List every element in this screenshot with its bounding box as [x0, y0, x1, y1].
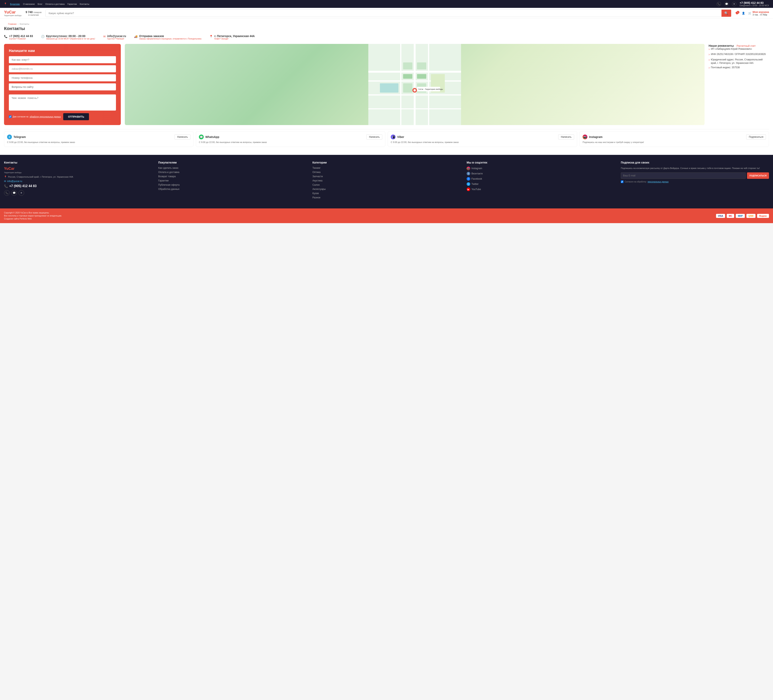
logo-sub: Территория свободы — [4, 15, 21, 16]
footer-phone-icon: 📞 — [4, 184, 8, 188]
form-submit-button[interactable]: ОТПРАВИТЬ — [63, 113, 89, 120]
cart-button[interactable]: 🛒 Моя корзина 3 тов. - 8 760р — [748, 10, 769, 16]
subscribe-button[interactable]: ПОДПИСАТЬСЯ — [747, 172, 769, 179]
social-list-item-youtube[interactable]: ▶ YouTube — [467, 188, 615, 191]
social-list-item-instagram[interactable]: 📷 Instagram — [467, 166, 615, 170]
social-list-item-facebook[interactable]: f Facebook — [467, 177, 615, 181]
account-button[interactable]: 👤 — [742, 12, 745, 15]
form-agree-label: Даю согласие на обработку персональных д… — [9, 115, 61, 118]
telegram-write-button[interactable]: Написать — [174, 134, 191, 140]
form-title: Напишите нам — [9, 49, 116, 53]
viber-desc: С 9:00 до 22:00, без выходных ответим на… — [391, 141, 574, 144]
telegram-desc: С 9:00 до 22:00, без выходных ответим на… — [7, 141, 191, 144]
footer-cat-tuning[interactable]: Тюнинг — [312, 166, 461, 170]
logo[interactable]: YuCar Территория свободы — [4, 10, 21, 16]
footer-buyers-col: Покупателям Как сделать заказ Оплата и д… — [158, 161, 306, 200]
contact-form: Напишите нам Вопросы по сайту Вопросы по… — [4, 44, 121, 125]
footer-address: 📍 Россия, Ставропольский край, г. Пятиго… — [4, 176, 152, 178]
footer-cat-other[interactable]: Разное — [312, 196, 461, 199]
whatsapp-desc: С 9:00 до 22:00, без выходных ответим на… — [199, 141, 382, 144]
footer-link-return[interactable]: Возврат товара — [158, 175, 306, 178]
footer-link-delivery[interactable]: Оплата и доставка — [158, 171, 306, 174]
contact-shipping: 🚚 Отправка заказов Заказы оформленные в … — [134, 35, 201, 40]
footer-grid: Контакты YuCar Территория свободы 📍 Росс… — [4, 161, 769, 200]
footer-link-guarantee[interactable]: Гарантии — [158, 179, 306, 182]
form-agree-link[interactable]: обработку персональных данных — [30, 115, 61, 118]
social-list-item-twitter[interactable]: 𝕏 Twitter — [467, 182, 615, 186]
social-card-whatsapp: 💬 WhatsApp Написать С 9:00 до 22:00, без… — [196, 131, 385, 147]
viber-title: Viber — [397, 135, 404, 138]
city-link[interactable]: Бухалово — [10, 3, 20, 5]
search-bar: 🔍 — [46, 10, 731, 17]
logo-car: Car — [9, 10, 15, 14]
footer-cat-acoustics[interactable]: Акустика — [312, 179, 461, 182]
footer-categories-col: Категории Тюнинг Оптика Запчасти Акустик… — [312, 161, 461, 200]
viber-icon: 📲 — [391, 135, 396, 139]
contact-phone: 📞 +7 (905) 412 44 83 Скучно? Позвони! — [4, 35, 33, 40]
subscribe-email-input[interactable] — [621, 172, 746, 179]
wishlist-button[interactable]: ❤️ 1 — [735, 12, 738, 15]
footer-whatsapp-btn[interactable]: 💬 — [11, 190, 17, 196]
footer-col-contacts-title: Контакты — [4, 161, 152, 164]
breadcrumb-home[interactable]: Главная — [8, 23, 16, 25]
nav-guarantee[interactable]: Гарантии — [67, 3, 77, 5]
form-message-textarea[interactable] — [9, 94, 116, 110]
req-item-3: › Почтовый индекс: 357538 — [709, 66, 769, 70]
goods-count: 9 740 товаров в наличии — [26, 10, 41, 16]
footer-email-icon: ✉ — [4, 180, 6, 183]
location-icon: 📍 — [209, 35, 213, 38]
nav-payment[interactable]: Оплата и доставка — [45, 3, 65, 5]
viber-write-button[interactable]: Написать — [558, 134, 574, 140]
footer-cat-body[interactable]: Кузов — [312, 192, 461, 195]
form-agree-checkbox[interactable] — [9, 115, 12, 118]
footer-logo-sub: Территория свободы — [4, 171, 152, 174]
whatsapp-write-button[interactable]: Написать — [367, 134, 382, 140]
footer-cat-salon[interactable]: Салон — [312, 183, 461, 186]
footer-contacts-col: Контакты YuCar Территория свободы 📍 Росс… — [4, 161, 152, 200]
footer-col-social-title: Мы в соцсетях — [467, 161, 615, 164]
footer-link-data[interactable]: Обработка данных — [158, 188, 306, 191]
footer-cat-parts[interactable]: Запчасти — [312, 175, 461, 178]
telegram-icon: ✈ — [732, 2, 736, 6]
social-card-viber: 📲 Viber Написать С 9:00 до 22:00, без вы… — [388, 131, 577, 147]
footer-location-icon: 📍 — [4, 176, 7, 178]
phone-icon: 📞 — [4, 35, 7, 38]
form-phone-input[interactable] — [9, 74, 116, 81]
footer-email-link[interactable]: info@yucar.ru — [7, 180, 22, 183]
form-topic-select[interactable]: Вопросы по сайту Вопросы по заказу Возвр… — [9, 83, 116, 91]
footer-phone-btn[interactable]: 📞 — [4, 190, 10, 196]
search-input[interactable] — [46, 10, 721, 17]
contact-email: ✉ info@yucar.ru Грустно? Напиши! — [103, 35, 126, 40]
footer-telegram-btn[interactable]: ✈ — [18, 190, 24, 196]
footer-cat-optics[interactable]: Оптика — [312, 171, 461, 174]
social-list-item-vk[interactable]: В Вконтакте — [467, 172, 615, 175]
subscribe-agree-link[interactable]: персональных данных — [648, 181, 669, 183]
contact-info-row: 📞 +7 (905) 412 44 83 Скучно? Позвони! 🕐 … — [4, 35, 769, 40]
req-item-0: › ИП «Амбарцумян Юрий Романович» — [709, 47, 769, 51]
svg-text:YuCar - Территория свободы: YuCar - Территория свободы — [418, 88, 443, 90]
main-content: Главная › Контакты Контакты 📞 +7 (905) 4… — [0, 19, 773, 155]
map-container[interactable]: YuCar - Территория свободы — [125, 44, 705, 125]
search-button[interactable]: 🔍 — [722, 10, 731, 17]
clock-icon: 🕐 — [41, 35, 44, 38]
nav-contacts[interactable]: Контакты — [80, 3, 89, 5]
map-placeholder: YuCar - Территория свободы — [125, 44, 705, 125]
instagram-icon: 📷 — [467, 166, 470, 170]
form-footer: Даю согласие на обработку персональных д… — [9, 113, 116, 120]
social-card-instagram: 📷 Instagram Подписаться Подпишись на наш… — [579, 131, 769, 147]
instagram-subscribe-button[interactable]: Подписаться — [746, 134, 766, 140]
top-phone: +7 (905) 412 44 83 — [740, 1, 769, 5]
form-name-input[interactable] — [9, 56, 116, 63]
top-phone-sub: Ежедневно с 10:00 - 20:00 МСК — [740, 5, 769, 7]
nav-about[interactable]: О магазине — [23, 3, 35, 5]
footer-link-offer[interactable]: Публичная оферта — [158, 183, 306, 186]
footer-email: ✉ info@yucar.ru — [4, 180, 152, 183]
nav-blog[interactable]: Блог — [38, 3, 43, 5]
req-item-1: › ИНН 262517463108 / ОГРНИП 316265100183… — [709, 53, 769, 57]
footer-link-order[interactable]: Как сделать заказ — [158, 166, 306, 170]
footer-cat-accessories[interactable]: Аксессуары — [312, 188, 461, 191]
form-email-input[interactable] — [9, 65, 116, 72]
yandex-badge: Яндекс — [757, 214, 769, 218]
subscribe-agree-checkbox[interactable] — [621, 180, 623, 183]
req-bank-link[interactable]: Расчетный счет — [737, 44, 756, 47]
